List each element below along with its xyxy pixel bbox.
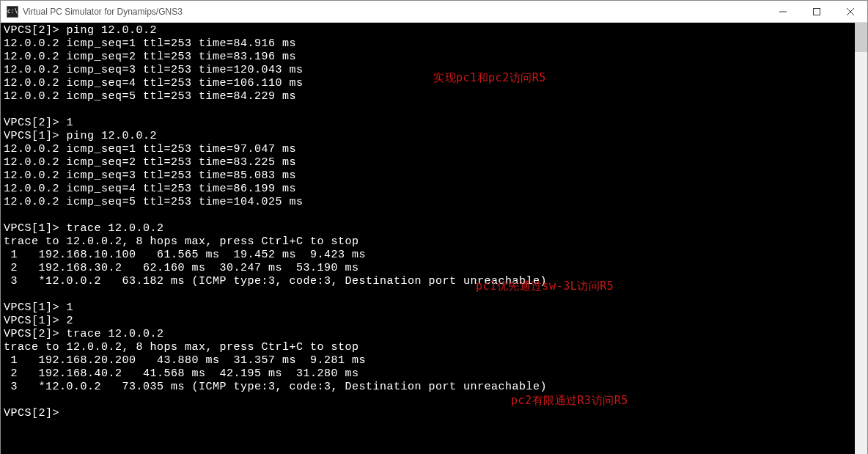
minimize-button[interactable] <box>766 1 800 23</box>
window-controls <box>766 1 867 23</box>
terminal-area: VPCS[2]> ping 12.0.0.2 12.0.0.2 icmp_seq… <box>1 23 867 454</box>
terminal-output[interactable]: VPCS[2]> ping 12.0.0.2 12.0.0.2 icmp_seq… <box>1 23 855 454</box>
close-button[interactable] <box>834 1 867 23</box>
minimize-icon <box>779 8 787 15</box>
maximize-button[interactable] <box>800 1 834 23</box>
annotation-1: 实现pc1和pc2访问R5 <box>433 71 546 84</box>
titlebar[interactable]: c:\ Virtual PC Simulator for Dynamips/GN… <box>1 1 867 23</box>
vertical-scrollbar[interactable] <box>855 23 867 454</box>
annotation-3: pc2有限通过R3访问R5 <box>511 394 628 407</box>
scrollbar-thumb[interactable] <box>855 23 867 52</box>
app-window: c:\ Virtual PC Simulator for Dynamips/GN… <box>0 0 868 454</box>
svg-rect-1 <box>814 8 820 15</box>
window-title: Virtual PC Simulator for Dynamips/GNS3 <box>23 7 766 17</box>
app-icon: c:\ <box>7 6 18 18</box>
close-icon <box>847 8 854 15</box>
annotation-2: pc1优先通过sw-3L访问R5 <box>476 279 614 293</box>
maximize-icon <box>813 8 820 15</box>
